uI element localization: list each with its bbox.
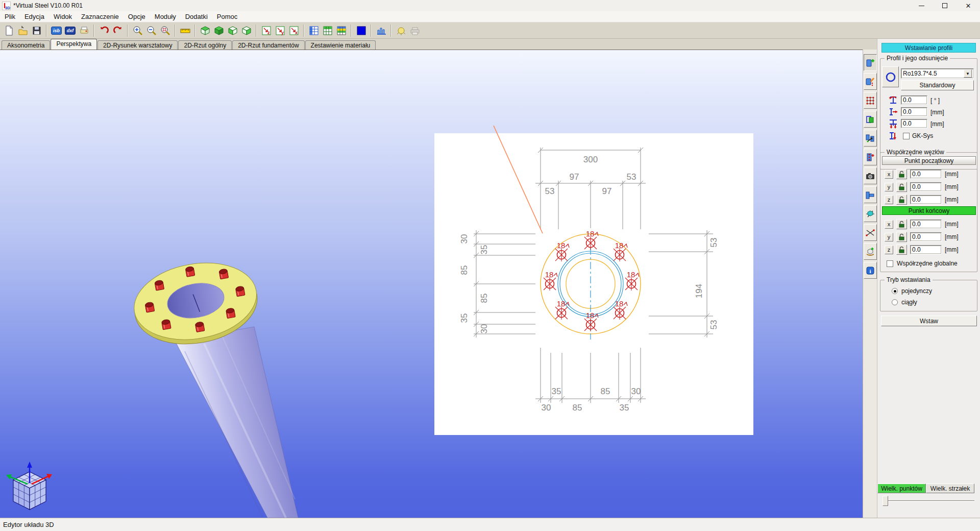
move-profile-button[interactable] xyxy=(864,130,877,147)
view-axo-4-button[interactable] xyxy=(239,24,253,38)
end-y-input[interactable] xyxy=(910,232,942,242)
end-z-input[interactable] xyxy=(910,245,942,254)
zoom-in-button[interactable] xyxy=(131,24,144,38)
view-x-button[interactable]: x xyxy=(287,24,301,38)
toolbar-separator xyxy=(256,25,257,37)
tab-aksonometria[interactable]: Aksonometria xyxy=(2,40,50,50)
axis-x-end-button[interactable]: x xyxy=(885,220,893,229)
undo-button[interactable] xyxy=(97,24,111,38)
mode-continuous-radio[interactable] xyxy=(892,299,898,305)
table-summary-button[interactable] xyxy=(334,24,348,38)
lock-y-end-button[interactable] xyxy=(896,232,907,242)
offset-z-input[interactable] xyxy=(901,119,927,128)
tab-2d-rzut-fundamentow[interactable]: 2D-Rzut fundamentów xyxy=(232,40,304,50)
orientation-cube[interactable] xyxy=(6,462,52,510)
size-slider-handle[interactable] xyxy=(883,496,888,506)
lock-x-end-button[interactable] xyxy=(896,219,907,229)
tab-zestawienie-materialu[interactable]: Zestawienie materiału xyxy=(305,40,376,50)
zoom-out-button[interactable] xyxy=(144,24,158,38)
start-y-input[interactable] xyxy=(910,182,942,191)
new-file-button[interactable] xyxy=(2,24,16,38)
axis-y-end-button[interactable]: y xyxy=(885,233,893,242)
point-size-button[interactable]: Wielk. punktów xyxy=(877,484,926,493)
view-y-button[interactable]: y xyxy=(273,24,287,38)
import-dxf-button[interactable]: dxf xyxy=(63,24,77,38)
view-axo-3-button[interactable] xyxy=(226,24,239,38)
size-slider-track[interactable] xyxy=(883,500,974,502)
camera-button[interactable] xyxy=(864,167,877,184)
lock-y-start-button[interactable] xyxy=(896,182,907,192)
lock-z-start-button[interactable] xyxy=(896,195,907,205)
table-profiles-button[interactable] xyxy=(307,24,321,38)
axis-z-end-button[interactable]: z xyxy=(885,246,893,254)
maximize-button[interactable] xyxy=(933,0,957,11)
measure-button[interactable] xyxy=(178,24,192,38)
end-point-label: Punkt końcowy xyxy=(909,207,950,214)
rotation-input[interactable] xyxy=(901,95,927,105)
grid-nodes-button[interactable] xyxy=(864,92,877,109)
end-x-input[interactable] xyxy=(910,220,942,229)
profile-preview-button[interactable] xyxy=(882,66,899,87)
view-axo-1-button[interactable] xyxy=(198,24,212,38)
insert-profile-button[interactable] xyxy=(864,54,877,71)
start-z-input[interactable] xyxy=(910,195,942,204)
node-3d-button[interactable] xyxy=(864,205,877,222)
open-file-button[interactable] xyxy=(16,24,30,38)
zoom-region-button[interactable] xyxy=(158,24,172,38)
axis-z-button[interactable]: z xyxy=(885,196,893,204)
end-point-header: Punkt końcowy xyxy=(882,206,976,215)
copy-profile-button[interactable] xyxy=(864,111,877,128)
menu-pomoc[interactable]: Pomoc xyxy=(212,12,242,21)
dropdown-arrow-icon[interactable]: ▼ xyxy=(964,69,972,78)
lock-z-end-button[interactable] xyxy=(896,245,907,255)
minimize-button[interactable] xyxy=(910,0,933,11)
add-solid-button[interactable] xyxy=(864,243,877,260)
maximize-icon xyxy=(942,3,947,8)
menu-opcje[interactable]: Opcje xyxy=(124,12,150,21)
plot-button[interactable] xyxy=(408,24,422,38)
info-button[interactable]: i xyxy=(864,262,877,279)
mode-group-label: Tryb wstawiania xyxy=(885,276,933,283)
lock-x-start-button[interactable] xyxy=(896,169,907,179)
copy-drawing-button[interactable] xyxy=(77,24,91,38)
save-button[interactable] xyxy=(30,24,43,38)
edit-profile-button[interactable] xyxy=(864,73,877,90)
menu-widok[interactable]: Widok xyxy=(49,12,77,21)
insert-button[interactable]: Wstaw xyxy=(881,316,977,326)
menu-plik[interactable]: Plik xyxy=(0,12,20,21)
offset-y-input[interactable] xyxy=(901,107,927,116)
render-button[interactable] xyxy=(394,24,408,38)
start-x-input[interactable] xyxy=(910,170,942,179)
menu-moduly[interactable]: Moduły xyxy=(150,12,181,21)
menu-edycja[interactable]: Edycja xyxy=(20,12,49,21)
standard-button[interactable]: Standardowy xyxy=(901,80,974,90)
connect-profiles-button[interactable] xyxy=(864,186,877,203)
viewport-3d[interactable]: 300 97 53 53 97 30 85 35 35 85 30 53 194… xyxy=(0,50,863,518)
menu-zaznaczenie[interactable]: Zaznaczenie xyxy=(77,12,124,21)
view-z-button[interactable]: z xyxy=(259,24,273,38)
divide-profile-button[interactable] xyxy=(864,149,877,165)
view-axo-2-button[interactable] xyxy=(212,24,226,38)
tab-perspektywa[interactable]: Perspektywa xyxy=(51,39,97,50)
gk-sys-checkbox[interactable] xyxy=(903,133,910,139)
arrow-size-button[interactable]: Wielk. strzałek xyxy=(926,484,974,493)
global-coords-checkbox[interactable] xyxy=(887,260,893,267)
cut-profile-button[interactable] xyxy=(864,224,877,241)
import-isb-button[interactable]: isb xyxy=(50,24,63,38)
axis-x-button[interactable]: x xyxy=(885,170,893,179)
structure-button[interactable] xyxy=(374,24,388,38)
dim-label: 85 xyxy=(459,266,469,275)
axis-y-button[interactable]: y xyxy=(885,183,893,191)
bolt-3d xyxy=(155,280,164,291)
color-button[interactable] xyxy=(354,24,368,38)
mode-single-radio[interactable] xyxy=(892,288,898,294)
redo-button[interactable] xyxy=(111,24,125,38)
table-materials-button[interactable] xyxy=(321,24,334,38)
dim-label: 53 xyxy=(627,172,636,182)
profile-select[interactable]: Ro193.7*4.5 ▼ xyxy=(901,68,974,79)
menu-dodatki[interactable]: Dodatki xyxy=(181,12,212,21)
tab-2d-rzut-ogolny[interactable]: 2D-Rzut ogólny xyxy=(178,40,232,50)
tab-2d-rysunek-warsztatowy[interactable]: 2D-Rysunek warsztatowy xyxy=(97,40,178,50)
view-tabs: Aksonometria Perspektywa 2D-Rysunek wars… xyxy=(0,39,980,50)
close-button[interactable]: ✕ xyxy=(957,0,980,11)
